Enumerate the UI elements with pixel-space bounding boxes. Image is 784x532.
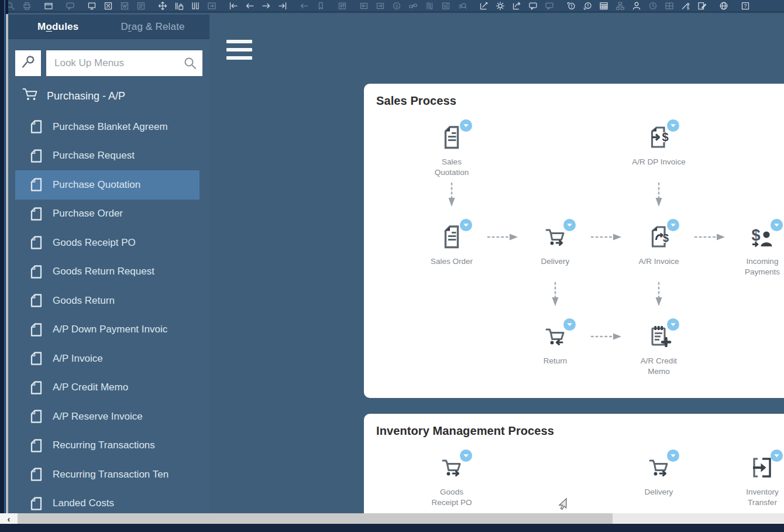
first-record-icon[interactable] xyxy=(229,1,238,11)
lock-screen-icon[interactable] xyxy=(174,1,184,11)
next-record-icon[interactable] xyxy=(262,1,271,11)
flow-node-delivery[interactable]: Delivery xyxy=(621,454,697,497)
sidebar-item-purchase-quotation[interactable]: Purchase Quotation xyxy=(15,170,200,200)
chevron-down-badge[interactable] xyxy=(667,449,679,462)
sort-table-icon xyxy=(338,1,347,11)
flow-node-a-r-dp-invoice[interactable]: $A/R DP Invoice xyxy=(621,123,697,167)
flow-node-label: A/R Credit Memo xyxy=(621,356,697,377)
svg-text:$: $ xyxy=(662,131,668,143)
print-icon xyxy=(22,1,32,11)
document-icon xyxy=(30,207,42,221)
scrollbar-thumb[interactable] xyxy=(18,513,613,524)
flow-arrow-right xyxy=(590,332,624,341)
tab-drag-and-relate[interactable]: Drag & Relate xyxy=(121,21,184,33)
flow-node-sales-quotation[interactable]: Sales Quotation xyxy=(414,123,490,178)
chevron-down-badge[interactable] xyxy=(460,119,472,132)
chevron-down-badge[interactable] xyxy=(667,219,679,231)
form-settings-icon[interactable] xyxy=(512,1,521,11)
navigate-box-icon xyxy=(207,1,216,11)
alert-overview-icon[interactable] xyxy=(583,1,592,11)
flow-node-a-r-credit-memo[interactable]: A/R Credit Memo xyxy=(621,322,697,377)
help-icon[interactable]: ? xyxy=(741,1,750,11)
calendar-icon[interactable] xyxy=(599,1,608,11)
payment-wizard-icon[interactable]: $ xyxy=(681,1,690,11)
chevron-down-badge[interactable] xyxy=(667,119,679,132)
flow-arrow-down xyxy=(448,182,456,209)
flow-node-inventory-transfer[interactable]: Inventory Transfer xyxy=(724,454,784,508)
toolbar-group xyxy=(338,1,347,11)
scroll-left-button[interactable]: ‹ xyxy=(0,513,18,524)
chevron-down-badge[interactable] xyxy=(667,318,679,331)
wrench-icon xyxy=(20,54,36,72)
sidebar-item-landed-costs[interactable]: Landed Costs xyxy=(8,489,209,514)
chevron-down-badge[interactable] xyxy=(771,449,783,462)
sidebar-item-goods-receipt-po[interactable]: Goods Receipt PO xyxy=(8,228,209,258)
flow-node-a-r-invoice[interactable]: $A/R Invoice xyxy=(621,223,697,267)
form-columns-icon[interactable] xyxy=(191,1,200,11)
previous-record-icon[interactable] xyxy=(245,1,255,11)
sidebar-item-a-p-credit-memo[interactable]: A/P Credit Memo xyxy=(8,373,209,403)
flow-node-goods-receipt-po[interactable]: Goods Receipt PO xyxy=(414,454,490,508)
document-draft-icon[interactable] xyxy=(697,1,707,11)
chat-inactive-icon xyxy=(545,1,554,11)
chevron-down-badge[interactable] xyxy=(460,449,472,462)
sidebar-item-purchase-blanket-agreem[interactable]: Purchase Blanket Agreem xyxy=(8,112,209,142)
menu-toggle-button[interactable] xyxy=(226,40,253,64)
sidebar-item-a-p-reserve-invoice[interactable]: A/P Reserve Invoice xyxy=(8,402,209,431)
sidebar-item-purchase-request[interactable]: Purchase Request xyxy=(8,142,209,171)
settings-icon[interactable] xyxy=(496,1,505,11)
flow-node-incoming-payments[interactable]: $Incoming Payments xyxy=(724,223,784,277)
chevron-down-badge[interactable] xyxy=(771,219,783,231)
chevron-down-badge[interactable] xyxy=(460,219,472,231)
screen-copy-icon[interactable] xyxy=(87,1,97,11)
move-icon[interactable] xyxy=(158,1,167,11)
flow-node-return[interactable]: Return xyxy=(517,322,593,366)
web-client-icon[interactable] xyxy=(719,1,728,11)
sidebar-item-a-p-invoice[interactable]: A/P Invoice xyxy=(8,344,209,373)
sidebar-item-purchase-order[interactable]: Purchase Order xyxy=(8,200,209,229)
flow-node-label: Sales Order xyxy=(414,256,490,267)
export-excel-icon[interactable] xyxy=(104,1,113,11)
sidebar-item-a-p-down-payment-invoic[interactable]: A/P Down Payment Invoic xyxy=(8,315,209,345)
business-partner-icon[interactable] xyxy=(632,1,641,11)
back-icon xyxy=(300,1,309,11)
sidebar-section-header: Purchasing - A/P xyxy=(22,88,209,104)
sidebar-item-recurring-transactions[interactable]: Recurring Transactions xyxy=(8,431,209,461)
svg-text:$: $ xyxy=(687,5,690,11)
alert-message-icon[interactable] xyxy=(566,1,576,11)
toolbar-group: ? xyxy=(741,1,750,11)
new-window-icon[interactable] xyxy=(44,1,53,11)
chevron-down-badge[interactable] xyxy=(563,318,576,331)
toolbar-group: S$$ xyxy=(359,1,467,11)
document-icon xyxy=(438,123,466,152)
sidebar-item-label: A/P Reserve Invoice xyxy=(53,411,143,423)
toolbar-group xyxy=(6,1,32,11)
sidebar-item-label: Goods Receipt PO xyxy=(53,237,136,249)
main-area: Sales ProcessSales Quotation$A/R DP Invo… xyxy=(209,14,784,513)
flow-node-delivery[interactable]: Delivery xyxy=(517,223,593,267)
org-chart-icon xyxy=(615,1,625,11)
last-record-icon[interactable] xyxy=(278,1,287,11)
bookmark-icon xyxy=(316,1,325,11)
menu-search-input[interactable] xyxy=(46,50,202,76)
sidebar-item-goods-return[interactable]: Goods Return xyxy=(8,286,209,315)
toolbar-group xyxy=(229,1,287,11)
flow-node-label: Delivery xyxy=(517,256,593,267)
chevron-down-badge[interactable] xyxy=(563,219,576,231)
tab-modules[interactable]: Modules xyxy=(37,21,78,33)
horizontal-scrollbar[interactable]: ‹ xyxy=(0,513,784,524)
sidebar-item-goods-return-request[interactable]: Goods Return Request xyxy=(8,258,209,287)
doc-invoice-icon: $ xyxy=(645,223,673,251)
edit-form-icon[interactable] xyxy=(479,1,489,11)
svg-text:$: $ xyxy=(663,232,669,244)
process-panel-inventory: Inventory Management ProcessGoods Receip… xyxy=(364,414,784,513)
wrench-button[interactable] xyxy=(15,50,41,76)
toolbar-group xyxy=(66,1,75,11)
document-icon xyxy=(30,236,42,249)
chat-active-icon[interactable] xyxy=(528,1,538,11)
sidebar-tabs: Modules Drag & Relate xyxy=(8,15,209,39)
sidebar-item-recurring-transaction-ten[interactable]: Recurring Transaction Ten xyxy=(8,460,209,489)
flow-node-sales-order[interactable]: Sales Order xyxy=(414,223,490,267)
document-icon xyxy=(30,323,42,337)
advance-column-icon xyxy=(376,1,385,11)
